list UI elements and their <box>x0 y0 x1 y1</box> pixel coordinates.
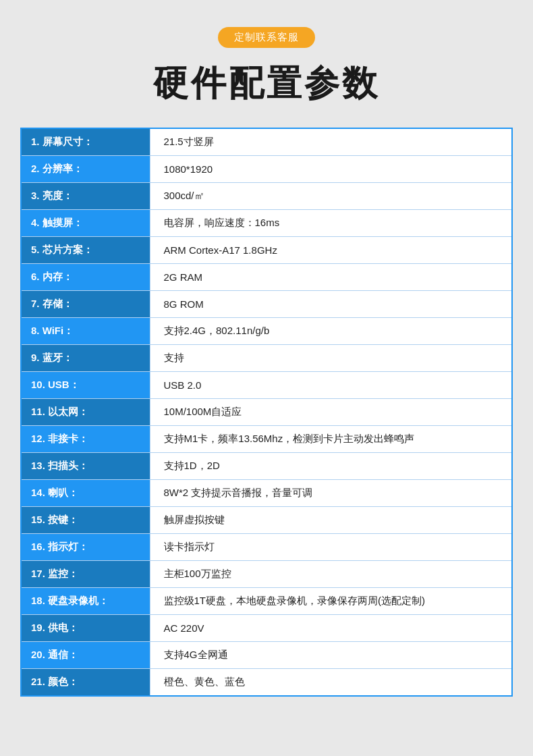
spec-value: 电容屏，响应速度：16ms <box>150 210 511 237</box>
spec-label: 11. 以太网： <box>22 399 150 426</box>
spec-value: 支持4G全网通 <box>150 642 511 669</box>
spec-value: 8G ROM <box>150 291 511 318</box>
table-row: 9. 蓝牙：支持 <box>22 345 511 372</box>
spec-label: 10. USB： <box>22 372 150 399</box>
table-row: 3. 亮度：300cd/㎡ <box>22 183 511 210</box>
table-row: 15. 按键：触屏虚拟按键 <box>22 507 511 534</box>
spec-label: 9. 蓝牙： <box>22 345 150 372</box>
spec-table: 1. 屏幕尺寸：21.5寸竖屏2. 分辨率：1080*19203. 亮度：300… <box>22 129 511 695</box>
spec-label: 2. 分辨率： <box>22 156 150 183</box>
spec-value: AC 220V <box>150 615 511 642</box>
table-row: 2. 分辨率：1080*1920 <box>22 156 511 183</box>
spec-value: 8W*2 支持提示音播报，音量可调 <box>150 480 511 507</box>
table-row: 4. 触摸屏：电容屏，响应速度：16ms <box>22 210 511 237</box>
spec-label: 14. 喇叭： <box>22 480 150 507</box>
table-row: 8. WiFi：支持2.4G，802.11n/g/b <box>22 318 511 345</box>
table-row: 7. 存储：8G ROM <box>22 291 511 318</box>
table-row: 16. 指示灯：读卡指示灯 <box>22 534 511 561</box>
table-row: 20. 通信：支持4G全网通 <box>22 642 511 669</box>
spec-value: 21.5寸竖屏 <box>150 129 511 156</box>
spec-table-wrapper: 1. 屏幕尺寸：21.5寸竖屏2. 分辨率：1080*19203. 亮度：300… <box>20 128 513 697</box>
table-row: 13. 扫描头：支持1D，2D <box>22 453 511 480</box>
spec-value: 支持1D，2D <box>150 453 511 480</box>
spec-label: 5. 芯片方案： <box>22 237 150 264</box>
spec-label: 4. 触摸屏： <box>22 210 150 237</box>
spec-label: 19. 供电： <box>22 615 150 642</box>
spec-value: ARM Cortex-A17 1.8GHz <box>150 237 511 264</box>
spec-label: 7. 存储： <box>22 291 150 318</box>
spec-label: 3. 亮度： <box>22 183 150 210</box>
spec-label: 6. 内存： <box>22 264 150 291</box>
table-row: 18. 硬盘录像机：监控级1T硬盘，本地硬盘录像机，录像保存两周(选配定制) <box>22 588 511 615</box>
table-row: 14. 喇叭：8W*2 支持提示音播报，音量可调 <box>22 480 511 507</box>
spec-label: 15. 按键： <box>22 507 150 534</box>
spec-value: 1080*1920 <box>150 156 511 183</box>
spec-value: USB 2.0 <box>150 372 511 399</box>
spec-label: 13. 扫描头： <box>22 453 150 480</box>
custom-btn-wrapper: 定制联系客服 <box>218 27 315 60</box>
spec-value: 主柜100万监控 <box>150 561 511 588</box>
spec-value: 支持 <box>150 345 511 372</box>
spec-label: 20. 通信： <box>22 642 150 669</box>
spec-value: 触屏虚拟按键 <box>150 507 511 534</box>
spec-label: 18. 硬盘录像机： <box>22 588 150 615</box>
table-row: 21. 颜色：橙色、黄色、蓝色 <box>22 669 511 696</box>
spec-label: 1. 屏幕尺寸： <box>22 129 150 156</box>
spec-value: 支持M1卡，频率13.56Mhz，检测到卡片主动发出蜂鸣声 <box>150 426 511 453</box>
spec-label: 8. WiFi： <box>22 318 150 345</box>
spec-value: 2G RAM <box>150 264 511 291</box>
spec-value: 读卡指示灯 <box>150 534 511 561</box>
table-row: 5. 芯片方案：ARM Cortex-A17 1.8GHz <box>22 237 511 264</box>
spec-label: 17. 监控： <box>22 561 150 588</box>
spec-value: 10M/100M自适应 <box>150 399 511 426</box>
custom-service-button[interactable]: 定制联系客服 <box>218 27 315 48</box>
table-row: 1. 屏幕尺寸：21.5寸竖屏 <box>22 129 511 156</box>
spec-label: 12. 非接卡： <box>22 426 150 453</box>
table-row: 10. USB：USB 2.0 <box>22 372 511 399</box>
spec-value: 300cd/㎡ <box>150 183 511 210</box>
spec-value: 支持2.4G，802.11n/g/b <box>150 318 511 345</box>
table-row: 12. 非接卡：支持M1卡，频率13.56Mhz，检测到卡片主动发出蜂鸣声 <box>22 426 511 453</box>
spec-label: 16. 指示灯： <box>22 534 150 561</box>
table-row: 17. 监控：主柜100万监控 <box>22 561 511 588</box>
table-row: 11. 以太网：10M/100M自适应 <box>22 399 511 426</box>
spec-value: 橙色、黄色、蓝色 <box>150 669 511 696</box>
table-row: 6. 内存：2G RAM <box>22 264 511 291</box>
spec-label: 21. 颜色： <box>22 669 150 696</box>
spec-value: 监控级1T硬盘，本地硬盘录像机，录像保存两周(选配定制) <box>150 588 511 615</box>
page-title: 硬件配置参数 <box>153 60 380 107</box>
table-row: 19. 供电：AC 220V <box>22 615 511 642</box>
